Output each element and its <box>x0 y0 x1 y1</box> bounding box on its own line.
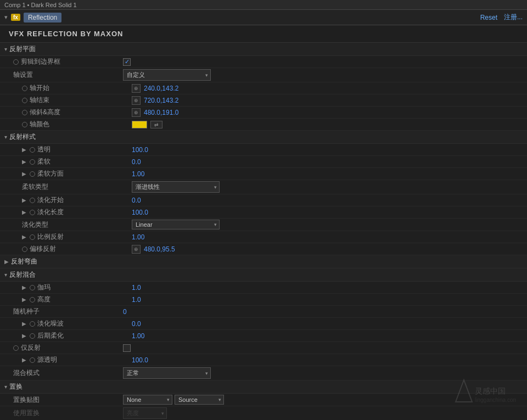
param-name-random-seed: 随机种子 <box>13 307 123 316</box>
section-reflect-style[interactable]: ▾ 反射样式 <box>0 131 527 144</box>
param-value-brightness: 1.0 <box>132 296 523 304</box>
expand-icon[interactable]: ▶ <box>22 333 26 339</box>
crosshair-icon[interactable]: ⊕ <box>132 245 141 254</box>
only-reflect-checkbox[interactable] <box>123 344 131 352</box>
dropdown-arrow: ▾ <box>161 411 164 416</box>
param-name-blend-mode: 混合模式 <box>13 368 123 378</box>
param-value-use-displace: 亮度 ▾ <box>123 407 523 419</box>
param-axis-settings: 轴设置 自定义 ▾ <box>0 68 527 82</box>
expand-icon[interactable]: ▶ <box>22 357 26 363</box>
param-scale-reflect: ▶ 比例反射 1.00 <box>0 231 527 243</box>
displace-map-dropdown2[interactable]: Source ▾ <box>175 395 224 405</box>
param-name-soft-type: 柔软类型 <box>22 182 132 192</box>
effect-name-badge: Reflection <box>24 13 61 23</box>
param-value-fade-start: 0.0 <box>132 197 523 204</box>
param-icon <box>30 321 35 327</box>
param-icon-crop <box>13 59 19 65</box>
section-label: 反射混合 <box>9 270 36 279</box>
svg-text:lingganchina.com: lingganchina.com <box>475 397 516 403</box>
param-name-crop: 剪辑到边界框 <box>13 57 123 66</box>
param-icon <box>30 198 35 203</box>
param-value-fade-noise: 0.0 <box>132 320 523 328</box>
param-value-fade-type[interactable]: Linear ▾ <box>132 220 523 229</box>
param-tilt-height: 倾斜&高度 ⊕ 480.0,191.0 <box>0 107 527 119</box>
param-value-transparency: 100.0 <box>132 146 523 154</box>
svg-marker-0 <box>456 380 472 402</box>
expand-icon[interactable]: ▶ <box>22 321 26 327</box>
section-chevron: ▶ <box>4 259 9 265</box>
section-reflect-bend[interactable]: ▶ 反射弯曲 <box>0 255 527 268</box>
param-name-soft-side: ▶ 柔软方面 <box>22 169 132 178</box>
section-chevron: ▾ <box>4 272 7 278</box>
param-crop: 剪辑到边界框 <box>0 56 527 68</box>
color-swatch-yellow[interactable] <box>132 121 147 128</box>
param-name-only-reflect: 仅反射 <box>13 343 123 352</box>
displace-map-dropdown1[interactable]: None ▾ <box>123 395 172 405</box>
param-soft-side: ▶ 柔软方面 1.00 <box>0 168 527 180</box>
param-value-fade-length: 100.0 <box>132 209 523 216</box>
param-name-fade-type: 淡化类型 <box>22 220 132 229</box>
param-name-axis-start: 轴开始 <box>22 83 132 93</box>
register-button[interactable]: 注册... <box>504 13 523 22</box>
expand-icon[interactable]: ▶ <box>22 147 26 153</box>
expand-icon[interactable]: ▶ <box>22 159 26 165</box>
param-fade-noise: ▶ 淡化噪波 0.0 <box>0 318 527 330</box>
param-name-brightness: ▶ 高度 <box>22 295 132 304</box>
expand-icon[interactable]: ▶ <box>22 197 26 203</box>
param-icon <box>22 247 27 252</box>
param-soft-type: 柔软类型 渐进线性 ▾ <box>0 180 527 194</box>
param-transparency: ▶ 透明 100.0 <box>0 144 527 156</box>
crosshair-icon[interactable]: ⊕ <box>132 108 141 117</box>
crosshair-icon[interactable]: ⊕ <box>132 96 141 105</box>
param-name-axis-color: 轴颜色 <box>22 120 132 129</box>
param-icon <box>22 110 27 115</box>
param-brightness: ▶ 高度 1.0 <box>0 294 527 306</box>
crop-checkbox[interactable] <box>123 58 131 66</box>
param-icon <box>30 159 35 165</box>
comp-label: Comp 1 • Dark Red Solid 1 <box>4 2 77 8</box>
fade-type-dropdown[interactable]: Linear ▾ <box>132 220 220 229</box>
expand-chevron[interactable]: ▾ <box>4 14 8 21</box>
section-reflect-plane[interactable]: ▾ 反射平面 <box>0 43 527 56</box>
param-name-soft: ▶ 柔软 <box>22 157 132 166</box>
expand-icon[interactable]: ▶ <box>22 234 26 240</box>
param-blend-mode: 混合模式 正常 ▾ <box>0 366 527 380</box>
crosshair-icon[interactable]: ⊕ <box>132 84 141 93</box>
param-fade-length: ▶ 淡化长度 100.0 <box>0 206 527 219</box>
axis-settings-dropdown[interactable]: 自定义 ▾ <box>123 69 211 81</box>
param-value-soft-side: 1.00 <box>132 170 523 178</box>
param-name-gamma: ▶ 伽玛 <box>22 283 132 292</box>
reset-button[interactable]: Reset <box>480 14 497 21</box>
soft-type-dropdown[interactable]: 渐进线性 ▾ <box>132 181 220 193</box>
param-icon <box>30 171 35 177</box>
fx-badge: fx <box>11 14 20 21</box>
expand-icon[interactable]: ▶ <box>22 296 26 303</box>
expand-icon[interactable]: ▶ <box>22 171 26 177</box>
param-fade-type: 淡化类型 Linear ▾ <box>0 219 527 231</box>
expand-icon[interactable]: ▶ <box>22 284 26 290</box>
param-value-axis-settings[interactable]: 自定义 ▾ <box>123 69 523 81</box>
param-value-scale-reflect: 1.00 <box>132 233 523 241</box>
section-label: 置换 <box>9 382 23 391</box>
section-displace[interactable]: ▾ 置换 <box>0 380 527 394</box>
dropdown-arrow: ▾ <box>167 397 170 402</box>
param-name-fade-length: ▶ 淡化长度 <box>22 208 132 217</box>
param-src-transparent: ▶ 源透明 100.0 <box>0 354 527 366</box>
param-value-crop <box>123 58 523 66</box>
use-displace-dropdown: 亮度 ▾ <box>123 407 167 419</box>
param-icon <box>30 285 35 290</box>
param-value-axis-end: ⊕ 720.0,143.2 <box>132 96 523 105</box>
section-chevron: ▾ <box>4 384 7 390</box>
blend-mode-dropdown[interactable]: 正常 ▾ <box>123 367 211 379</box>
param-icon <box>13 345 19 351</box>
swap-icon[interactable]: ⇄ <box>150 121 162 128</box>
param-fade-start: ▶ 淡化开始 0.0 <box>0 194 527 206</box>
section-reflect-blend[interactable]: ▾ 反射混合 <box>0 268 527 282</box>
param-use-displace: 使用置换 亮度 ▾ <box>0 406 527 420</box>
param-name-axis-end: 轴结束 <box>22 96 132 105</box>
expand-icon[interactable]: ▶ <box>22 209 26 215</box>
param-name-tilt-height: 倾斜&高度 <box>22 108 132 117</box>
param-only-reflect: 仅反射 <box>0 342 527 354</box>
plugin-subtitle: VFX REFLECTION BY MAXON <box>0 25 527 43</box>
param-value-soft-type[interactable]: 渐进线性 ▾ <box>132 181 523 193</box>
